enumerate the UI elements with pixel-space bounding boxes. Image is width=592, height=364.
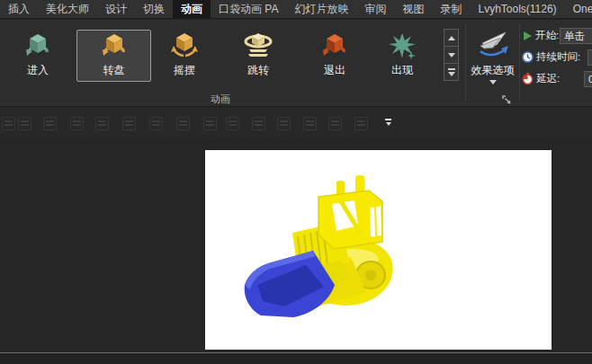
status-bar: [0, 352, 592, 364]
tab-insert[interactable]: 插入: [0, 0, 38, 18]
disabled-tool-icon: [328, 117, 342, 130]
delay-field-row: 延迟:: [522, 71, 560, 86]
disabled-tool-icon: [354, 117, 368, 130]
animation-effect-jump-button[interactable]: 跳转: [222, 30, 294, 82]
chevron-down-icon: [386, 122, 391, 126]
more-bar-icon: [385, 119, 391, 120]
tab-design[interactable]: 设计: [97, 0, 135, 18]
animation-effect-appear-button[interactable]: 出现: [366, 30, 438, 82]
slide-editing-canvas[interactable]: [0, 139, 592, 352]
effect-label: 摇摆: [174, 63, 195, 78]
tab-slideshow[interactable]: 幻灯片放映: [286, 0, 356, 18]
gallery-scrollbar: [444, 30, 459, 81]
delay-value-input[interactable]: 0: [584, 71, 592, 87]
paper-plane-rotate-icon: [475, 30, 511, 62]
duration-value-input[interactable]: [588, 49, 592, 66]
jump-3d-stack-icon: [242, 31, 274, 61]
animation-ribbon: 进入 转盘: [0, 20, 592, 107]
chevron-down-icon: [489, 80, 497, 84]
more-bar-icon: [448, 68, 455, 70]
start-field-row: 开始:: [522, 28, 559, 43]
disabled-tool-icon: [149, 117, 163, 130]
ribbon-tab-bar: 插入 美化大师 设计 切换 动画 口袋动画 PA 幻灯片放映 审阅 视图 录制 …: [0, 0, 592, 19]
duration-clock-icon: [522, 51, 534, 63]
animation-effect-exit-button[interactable]: 退出: [299, 30, 371, 82]
duration-field-label: 持续时间:: [536, 50, 580, 64]
delay-field-label: 延迟:: [536, 72, 560, 85]
appear-star-icon: [387, 31, 417, 61]
chevron-down-icon: [448, 72, 455, 76]
toolstrip-more-button[interactable]: [385, 119, 391, 126]
effect-options-button[interactable]: 效果选项: [466, 30, 519, 102]
tab-record[interactable]: 录制: [432, 0, 470, 18]
slide[interactable]: [205, 150, 552, 350]
disabled-tool-icon: [252, 117, 265, 130]
effect-options-label: 效果选项: [471, 63, 515, 78]
gallery-scroll-up-button[interactable]: [444, 29, 459, 47]
disabled-tool-icon: [226, 117, 239, 130]
effect-label: 退出: [324, 63, 345, 78]
ribbon-group-label: 动画: [0, 93, 441, 106]
start-field-label: 开始:: [535, 29, 559, 42]
effect-label: 出现: [391, 63, 413, 78]
disabled-tool-icon: [18, 117, 31, 130]
duration-field-row: 持续时间:: [522, 49, 580, 65]
disabled-tool-icon: [203, 117, 217, 130]
ribbon-separator: [519, 23, 520, 101]
tab-animations-active[interactable]: 动画: [173, 0, 211, 18]
disabled-tool-icon: [176, 117, 190, 130]
animation-effect-enter-button[interactable]: 进入: [2, 30, 74, 82]
effect-label: 跳转: [247, 63, 269, 78]
tab-review[interactable]: 审阅: [356, 0, 394, 18]
animation-effect-turntable-button[interactable]: 转盘: [76, 30, 151, 82]
tab-pocket-animation[interactable]: 口袋动画 PA: [211, 0, 286, 18]
tab-transitions[interactable]: 切换: [135, 0, 173, 18]
disabled-tool-icon: [70, 117, 84, 130]
tab-beautify-master[interactable]: 美化大师: [38, 0, 97, 18]
disabled-tool-icon: [95, 117, 109, 130]
presentation-app-window: 插入 美化大师 设计 切换 动画 口袋动画 PA 幻灯片放映 审阅 视图 录制 …: [0, 0, 592, 364]
tab-lvyhtools[interactable]: LvyhTools(1126): [470, 0, 564, 18]
effect-label: 进入: [27, 63, 49, 78]
gallery-scroll-down-button[interactable]: [444, 46, 459, 64]
disabled-tool-icon: [277, 117, 291, 130]
disabled-tool-icon: [43, 117, 57, 130]
animation-effect-swing-button[interactable]: 摇摆: [148, 30, 220, 82]
enter-3d-cube-icon: [22, 31, 53, 61]
delay-timer-icon: [522, 73, 534, 84]
start-play-icon: [522, 31, 533, 41]
chevron-up-icon: [448, 36, 455, 40]
animation-pane-toolstrip: [0, 108, 592, 139]
disabled-tool-icon: [122, 117, 136, 130]
bulldozer-3d-model[interactable]: [205, 150, 552, 350]
chevron-down-icon: [448, 53, 455, 58]
disabled-tool-icon: [303, 117, 317, 130]
tab-onekey8[interactable]: OneKey 8: [565, 0, 592, 18]
dialog-launcher-icon[interactable]: [502, 95, 512, 105]
gallery-more-button[interactable]: [444, 63, 459, 81]
exit-3d-cube-icon: [319, 31, 350, 61]
turntable-3d-cube-icon: [99, 31, 130, 61]
disabled-tool-icon: [2, 117, 15, 130]
effect-label: 转盘: [103, 63, 125, 78]
tab-view[interactable]: 视图: [394, 0, 432, 18]
swing-3d-cube-icon: [168, 31, 201, 61]
start-value-dropdown[interactable]: 单击: [560, 28, 592, 44]
